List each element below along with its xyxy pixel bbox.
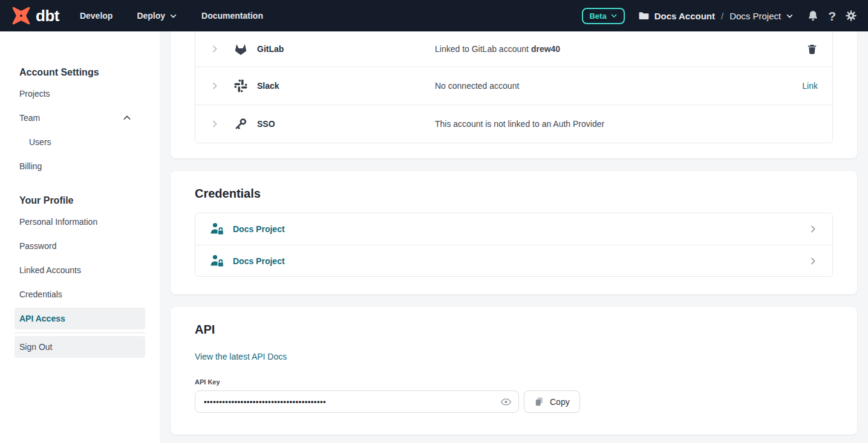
chevron-down-icon[interactable] <box>786 12 794 20</box>
account-name: SSO <box>257 119 435 129</box>
unlink-trash-icon[interactable] <box>806 44 818 55</box>
beta-dropdown[interactable]: Beta <box>582 8 624 24</box>
user-lock-icon <box>210 222 224 236</box>
credentials-card: Credentials Docs Project <box>171 171 857 294</box>
account-name: GitLab <box>257 44 435 54</box>
status-text: Linked to GitLab account <box>435 44 529 54</box>
api-key-input[interactable] <box>195 390 519 413</box>
chevron-down-icon <box>169 12 177 20</box>
beta-label: Beta <box>589 11 606 21</box>
sidebar-item-team-label: Team <box>19 113 40 123</box>
breadcrumb-project[interactable]: Docs Project <box>729 11 781 21</box>
sidebar-item-credentials[interactable]: Credentials <box>0 282 160 306</box>
credential-project-name: Docs Project <box>233 256 808 266</box>
reveal-eye-icon[interactable] <box>500 396 512 407</box>
credentials-table: Docs Project Docs Project <box>195 213 833 277</box>
sidebar-item-projects[interactable]: Projects <box>0 82 160 106</box>
credentials-title: Credentials <box>195 187 833 201</box>
table-row-slack: Slack No connected account Link <box>195 66 832 105</box>
status-username: drew40 <box>531 44 560 54</box>
table-row-sso: SSO This account is not linked to an Aut… <box>195 105 832 143</box>
table-row-gitlab: GitLab Linked to GitLab accountdrew40 <box>195 31 832 66</box>
settings-gear-icon[interactable] <box>845 10 857 22</box>
credential-row[interactable]: Docs Project <box>195 213 832 245</box>
dbt-logo-icon <box>11 5 31 26</box>
nav-deploy-label: Deploy <box>137 11 165 21</box>
expand-chevron-icon[interactable] <box>210 81 220 91</box>
breadcrumb-separator: / <box>721 11 723 21</box>
sidebar-item-api-access[interactable]: API Access <box>15 308 145 329</box>
notifications-bell-icon[interactable] <box>807 10 819 22</box>
breadcrumb-account[interactable]: Docs Account <box>654 11 715 21</box>
settings-sidebar: Account Settings Projects Team Users Bil… <box>0 31 160 443</box>
account-status: This account is not linked to an Auth Pr… <box>435 119 818 129</box>
nav-documentation[interactable]: Documentation <box>201 11 263 21</box>
expand-chevron-icon[interactable] <box>210 119 220 129</box>
api-card: API View the latest API Docs API Key <box>171 307 857 435</box>
navbar-icon-group: ? <box>807 10 857 22</box>
main-content: GitLab Linked to GitLab accountdrew40 <box>160 31 868 443</box>
gitlab-icon <box>233 42 249 56</box>
sidebar-item-personal-information[interactable]: Personal Information <box>0 210 160 234</box>
key-icon <box>233 117 249 131</box>
account-status: No connected account <box>435 81 802 91</box>
sidebar-item-team[interactable]: Team <box>0 106 160 130</box>
sidebar-divider <box>15 332 145 333</box>
dbt-logo-text: dbt <box>36 7 59 25</box>
credential-project-name: Docs Project <box>233 224 808 234</box>
user-lock-icon <box>210 254 224 268</box>
chevron-right-icon <box>808 224 818 234</box>
sidebar-item-password[interactable]: Password <box>0 234 160 258</box>
copy-icon <box>534 396 544 407</box>
credential-row[interactable]: Docs Project <box>195 245 832 276</box>
folder-icon <box>638 10 650 22</box>
nav-deploy[interactable]: Deploy <box>137 11 177 21</box>
nav-items: Develop Deploy Documentation <box>80 11 263 21</box>
sidebar-heading-account-settings: Account Settings <box>19 67 160 78</box>
api-key-input-wrap <box>195 390 519 413</box>
account-status: Linked to GitLab accountdrew40 <box>435 44 806 54</box>
api-title: API <box>195 323 833 337</box>
account-name: Slack <box>257 81 435 91</box>
chevron-right-icon <box>808 256 818 266</box>
api-key-label: API Key <box>195 378 833 386</box>
top-navbar: dbt Develop Deploy Documentation Beta Do… <box>0 0 868 31</box>
api-docs-link[interactable]: View the latest API Docs <box>195 352 287 361</box>
help-icon[interactable]: ? <box>828 10 836 22</box>
sidebar-item-users[interactable]: Users <box>0 130 160 154</box>
link-account-button[interactable]: Link <box>802 81 818 91</box>
sidebar-item-billing[interactable]: Billing <box>0 154 160 178</box>
dbt-logo[interactable]: dbt <box>11 5 59 26</box>
linked-accounts-table: GitLab Linked to GitLab accountdrew40 <box>195 31 833 143</box>
nav-develop[interactable]: Develop <box>80 11 113 21</box>
api-key-row: Copy <box>195 390 833 413</box>
copy-button-label: Copy <box>550 397 570 407</box>
breadcrumb: Docs Account / Docs Project <box>638 10 794 22</box>
navbar-right: Beta Docs Account / Docs Project ? <box>582 8 857 24</box>
linked-accounts-card: GitLab Linked to GitLab accountdrew40 <box>171 31 857 158</box>
copy-button[interactable]: Copy <box>524 390 580 413</box>
sidebar-item-linked-accounts[interactable]: Linked Accounts <box>0 258 160 282</box>
sidebar-heading-your-profile: Your Profile <box>19 195 160 206</box>
slack-icon <box>233 79 249 92</box>
expand-chevron-icon[interactable] <box>210 44 220 54</box>
chevron-down-icon <box>610 12 618 19</box>
chevron-up-icon <box>122 113 132 123</box>
sidebar-item-sign-out[interactable]: Sign Out <box>15 336 145 358</box>
